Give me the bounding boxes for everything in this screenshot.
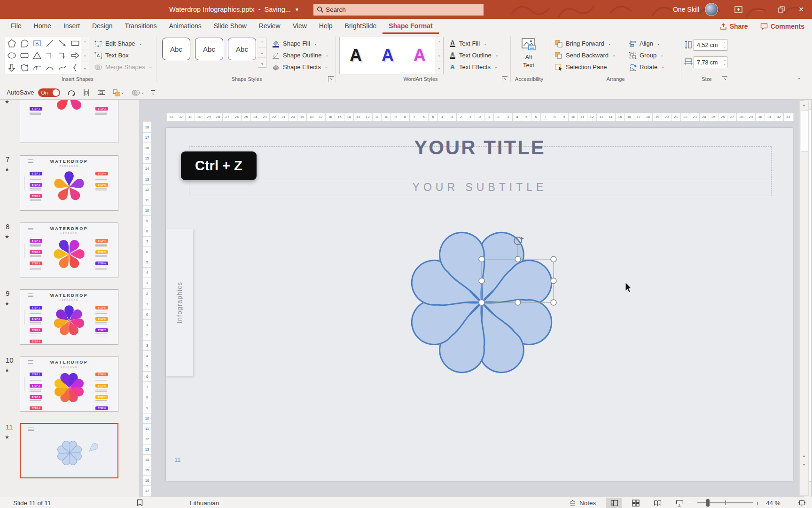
view-reading-button[interactable] [649,498,665,508]
selection-handle[interactable] [479,256,484,262]
tab-insert[interactable]: Insert [57,19,86,34]
fit-to-window-button[interactable] [798,497,806,508]
view-slide-sorter-button[interactable] [628,498,644,508]
gallery-scroll-up-icon[interactable]: ⌃ [258,38,266,48]
slide-title[interactable]: YOUR TITLE [189,136,771,159]
comments-button[interactable]: Comments [760,23,804,30]
scroll-up-icon[interactable]: ▲ [800,101,808,110]
zoom-level[interactable]: 44 % [766,497,781,508]
spell-check-icon[interactable] [136,497,143,508]
distribute-button[interactable] [97,89,105,96]
shape-elbow-connector-icon[interactable] [43,49,56,62]
wordart-preset[interactable]: A [382,46,394,65]
shape-style-preset[interactable]: Abc [195,38,223,60]
width-decrease-icon[interactable]: ⌄ [724,63,726,65]
shape-pentagon-icon[interactable] [5,37,18,49]
shape-rounded-rectangle-icon[interactable] [18,49,31,62]
flower-shape[interactable] [385,212,587,400]
shape-arrow-icon[interactable] [56,37,69,49]
rotate-button[interactable]: Rotate⌄ [629,61,664,73]
send-backward-button[interactable]: Send Backward⌄ [554,49,616,61]
selection-handle[interactable] [515,300,521,305]
shape-down-arrow-icon[interactable] [5,62,18,74]
shape-text-box-icon[interactable]: A [31,37,43,49]
ribbon-display-options-button[interactable] [727,0,749,19]
shape-line-icon[interactable] [43,37,56,49]
document-title[interactable]: Waterdrop Infographics.pptx - Saving... … [169,0,299,19]
shape-teardrop-icon[interactable] [18,37,31,49]
autosave-switch-icon[interactable]: On [38,88,60,97]
previous-slide-icon[interactable]: ▲ [800,452,808,460]
tab-review[interactable]: Review [253,19,287,34]
gallery-scroll-down-icon[interactable]: ⌄ [81,49,89,62]
view-slideshow-button[interactable] [671,498,687,508]
shape-scribble-icon[interactable] [31,62,43,74]
minimize-button[interactable]: — [749,0,771,19]
scrollbar-thumb[interactable] [801,111,808,152]
gallery-scroll-up-icon[interactable]: ⌃ [81,37,89,49]
slide-counter[interactable]: Slide 11 of 11 [13,497,51,508]
text-outline-button[interactable]: A Text Outline⌄ [449,49,498,61]
language-indicator[interactable]: Lithuanian [190,497,219,508]
align-button[interactable]: Align⌄ [629,38,660,49]
gallery-more-icon[interactable]: ⌄̱ [81,62,89,74]
shape-height-field[interactable]: 4,52 cm ⌃⌄ [694,39,727,51]
collapse-ribbon-icon[interactable]: ⌃ [797,77,801,83]
tab-transitions[interactable]: Transitions [119,19,163,34]
restore-button[interactable] [771,0,792,19]
merge-shapes-button[interactable]: Merge Shapes⌄ [94,61,152,73]
teardrop-shape[interactable] [87,442,99,453]
zoom-slider-thumb[interactable] [706,499,710,507]
selection-handle[interactable] [479,300,484,305]
gallery-more-icon[interactable]: ⌄̱ [435,62,443,74]
canvas-scrollbar[interactable]: ▲ ▲ ▼ [799,101,809,496]
shape-style-preset[interactable]: Abc [162,38,190,60]
selection-pane-button[interactable]: Selection Pane [554,61,607,73]
tab-animations[interactable]: Animations [163,19,207,34]
merge-shapes-qat-button[interactable]: ⌄ [131,89,144,96]
slide-thumbnail-11[interactable] [20,423,118,478]
notes-button[interactable]: Notes [569,497,596,508]
shape-arc-icon[interactable] [43,62,56,74]
slide-subtitle[interactable]: YOUR SUBTITLE [189,181,771,194]
shape-elbow-arrow-icon[interactable] [56,49,69,62]
flower-petal[interactable] [66,100,83,111]
shape-freeform-icon[interactable] [18,62,31,74]
alt-text-button[interactable]: Alt Text [514,38,543,75]
slide-thumbnail-6[interactable]: STEP 2STEP 3 [20,100,118,143]
slide-thumbnail-8[interactable]: WATERDROPHEXAGONSTEP 1STEP 2STEP 3STEP 4… [20,222,118,278]
next-slide-icon[interactable]: ▼ [800,460,808,469]
gallery-scroll-up-icon[interactable]: ⌃ [435,37,443,49]
group-button[interactable]: Group⌄ [629,49,664,61]
text-fill-button[interactable]: A Text Fill⌄ [449,38,487,49]
tab-brightslide[interactable]: BrightSlide [339,19,383,34]
shape-curve-icon[interactable] [56,62,69,74]
tab-design[interactable]: Design [86,19,119,34]
shape-triangle-icon[interactable] [31,49,43,62]
selection-handle[interactable] [479,278,484,284]
selection-handle[interactable] [551,278,556,284]
close-button[interactable]: ✕ [790,0,812,19]
bring-forward-button[interactable]: Bring Forward⌄ [554,38,611,49]
tab-view[interactable]: View [287,19,313,34]
tab-home[interactable]: Home [28,19,57,34]
edit-shape-button[interactable]: Edit Shape⌄ [94,38,142,49]
wordart-preset[interactable]: A [414,46,426,65]
wordart-preset[interactable]: A [350,46,362,65]
shape-width-field[interactable]: 7,78 cm ⌃⌄ [694,56,727,68]
text-box-button[interactable]: A Text Box [94,49,129,61]
shape-outline-button[interactable]: Shape Outline⌄ [272,49,328,61]
user-name[interactable]: One Skill [673,6,699,13]
zoom-out-button[interactable]: − [688,497,692,508]
share-button[interactable]: Share [720,23,748,30]
redo-button[interactable] [67,89,75,96]
slide-thumbnail-7[interactable]: WATERDROPPENTAGONSTEP 1STEP 2STEP 3STEP … [20,155,118,211]
tab-file[interactable]: File [5,19,28,34]
tab-slide-show[interactable]: Slide Show [208,19,253,34]
search-input[interactable]: Search [313,4,484,16]
shape-styles-dialog-launcher[interactable]: ↘ [328,76,334,82]
shape-right-arrow-icon[interactable] [69,49,81,62]
selection-handle[interactable] [551,256,556,262]
autosave-toggle[interactable]: AutoSave On [7,88,60,97]
slide-thumbnail-10[interactable]: WATERDROPOCTAGONSTEP 1STEP 2STEP 3STEP 4… [20,356,118,412]
